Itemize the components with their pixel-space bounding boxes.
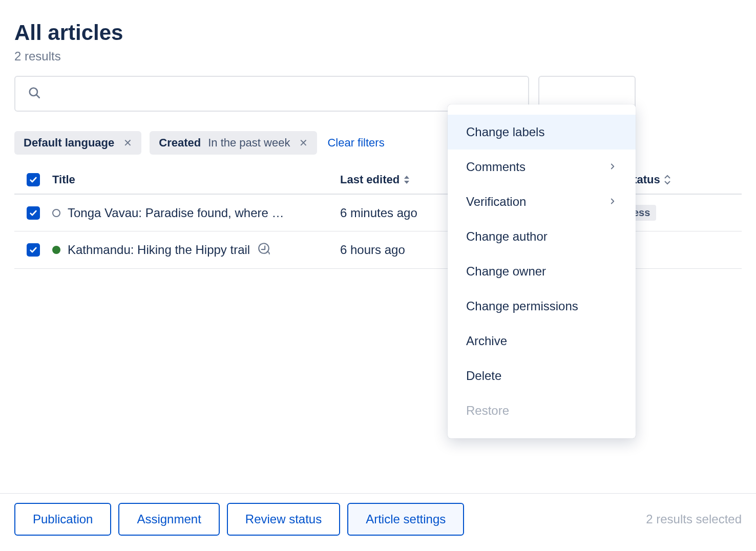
search-input[interactable] — [48, 87, 516, 101]
clear-filters-button[interactable]: Clear filters — [325, 132, 386, 154]
filter-chip-label: Created — [159, 136, 201, 150]
menu-item-restore: Restore — [448, 393, 636, 428]
page-title: All articles — [14, 20, 742, 45]
sort-icon — [403, 175, 411, 185]
menu-item-comments[interactable]: Comments — [448, 150, 636, 184]
menu-item-label: Change labels — [466, 125, 544, 139]
menu-item-label: Archive — [466, 334, 507, 348]
menu-item-label: Change permissions — [466, 299, 578, 313]
review-status-button[interactable]: Review status — [227, 503, 340, 536]
sort-icon — [663, 175, 671, 185]
row-checkbox[interactable] — [27, 206, 40, 220]
row-checkbox[interactable] — [27, 243, 40, 257]
chevron-right-icon — [608, 160, 617, 174]
menu-item-change-permissions[interactable]: Change permissions — [448, 289, 636, 324]
filter-chip-created[interactable]: Created In the past week ✕ — [150, 131, 317, 155]
column-header-label: Last edited — [340, 173, 400, 186]
svg-marker-3 — [404, 181, 409, 184]
menu-item-label: Change owner — [466, 264, 546, 279]
svg-line-1 — [36, 95, 39, 97]
publication-button[interactable]: Publication — [14, 503, 111, 536]
results-count: 2 results — [14, 49, 742, 63]
article-title[interactable]: Kathmandu: Hiking the Hippy trail — [68, 243, 250, 257]
status-dot-icon — [52, 209, 60, 217]
filter-chip-value: In the past week — [208, 136, 290, 150]
status-dot-icon — [52, 246, 60, 254]
filter-chip-default-language[interactable]: Default language ✕ — [14, 131, 141, 155]
search-icon — [28, 86, 41, 101]
menu-item-label: Verification — [466, 195, 526, 209]
menu-item-change-owner[interactable]: Change owner — [448, 254, 636, 289]
filter-chip-label: Default language — [24, 136, 114, 150]
menu-item-verification[interactable]: Verification — [448, 184, 636, 219]
select-all-checkbox[interactable] — [27, 173, 40, 186]
selected-count: 2 results selected — [646, 512, 742, 526]
svg-marker-2 — [404, 176, 409, 179]
column-header-title[interactable]: Title — [52, 173, 340, 186]
close-icon[interactable]: ✕ — [123, 137, 132, 149]
close-icon[interactable]: ✕ — [299, 137, 308, 149]
bulk-action-bar: PublicationAssignmentReview statusArticl… — [0, 493, 756, 551]
menu-item-label: Delete — [466, 369, 501, 383]
menu-item-label: Comments — [466, 160, 526, 174]
chevron-right-icon — [608, 195, 617, 209]
menu-item-change-labels[interactable]: Change labels — [448, 115, 636, 150]
article-settings-button[interactable]: Article settings — [347, 503, 464, 536]
menu-item-label: Change author — [466, 229, 548, 244]
column-header-status[interactable]: status — [627, 173, 729, 186]
menu-item-delete[interactable]: Delete — [448, 358, 636, 393]
menu-item-change-author[interactable]: Change author — [448, 219, 636, 254]
menu-item-label: Restore — [466, 404, 509, 418]
linked-doc-icon — [257, 242, 270, 258]
article-title[interactable]: Tonga Vavau: Paradise found, where … — [68, 206, 284, 220]
menu-item-archive[interactable]: Archive — [448, 324, 636, 358]
assignment-button[interactable]: Assignment — [118, 503, 219, 536]
article-settings-menu: Change labelsCommentsVerificationChange … — [448, 104, 636, 438]
